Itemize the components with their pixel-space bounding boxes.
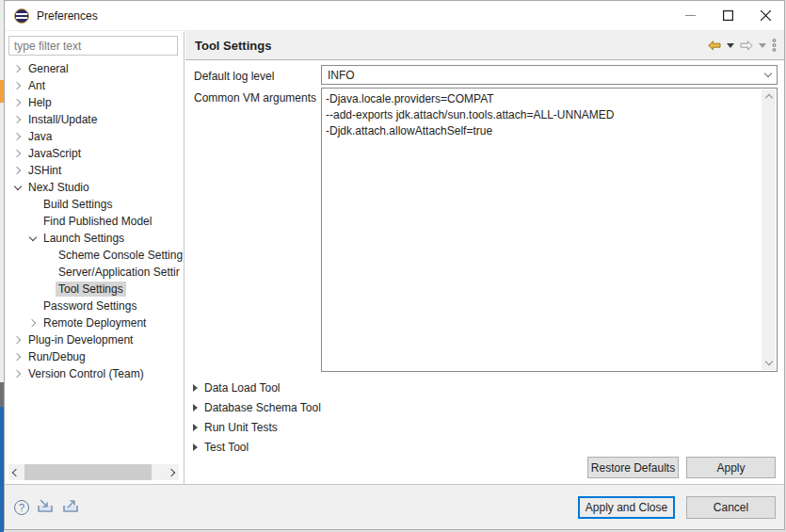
triangle-right-icon (193, 404, 204, 411)
view-menu-button[interactable] (772, 37, 777, 54)
window-title: Preferences (37, 9, 98, 23)
section-header[interactable]: Test Tool (193, 437, 321, 457)
scroll-down-icon[interactable] (762, 356, 776, 370)
tree-item[interactable]: Version Control (Team) (5, 365, 184, 382)
restore-defaults-button[interactable]: Restore Defaults (587, 457, 679, 478)
sidebar-horizontal-scrollbar[interactable] (8, 464, 179, 480)
tree-chevron-icon[interactable] (40, 281, 56, 298)
scrollbar-thumb[interactable] (24, 464, 152, 480)
back-button[interactable] (708, 37, 721, 54)
back-history-button[interactable] (727, 37, 734, 54)
tree-item[interactable]: JavaScript (5, 145, 184, 162)
triangle-right-icon (193, 443, 204, 451)
tree-item[interactable]: Launch Settings (5, 230, 184, 247)
eclipse-logo-icon (14, 8, 29, 24)
scroll-left-icon[interactable] (8, 464, 22, 480)
tree-item[interactable]: Java (5, 128, 184, 145)
triangle-right-icon (193, 384, 204, 392)
tree-chevron-icon[interactable] (10, 179, 25, 196)
tree-item[interactable]: General (5, 60, 184, 77)
tree-item[interactable]: Plug-in Development (5, 331, 184, 348)
tree-chevron-icon[interactable] (25, 298, 40, 314)
tree-item[interactable]: Server/Application Settir (5, 264, 184, 281)
tree-chevron-icon[interactable] (25, 314, 40, 331)
section-label: Test Tool (204, 441, 249, 454)
filter-input[interactable] (8, 36, 178, 56)
scroll-right-icon[interactable] (166, 464, 179, 480)
apply-and-close-button[interactable]: Apply and Close (578, 496, 675, 519)
collapsed-sections: Data Load Tool Database Schema Tool Run … (193, 378, 321, 457)
maximize-button[interactable] (709, 1, 746, 31)
tree-item-label: Remote Deployment (40, 315, 149, 330)
tree-item[interactable]: Password Settings (5, 298, 184, 314)
back-arrow-icon (708, 40, 721, 51)
apply-button[interactable]: Apply (686, 457, 776, 478)
title-bar[interactable]: Preferences (5, 1, 784, 31)
log-level-label: Default log level (194, 70, 274, 83)
forward-history-button[interactable] (759, 37, 766, 54)
section-header[interactable]: Database Schema Tool (193, 397, 321, 417)
log-level-select[interactable]: INFO (321, 65, 778, 85)
section-label: Run Unit Tests (204, 421, 278, 434)
section-header[interactable]: Data Load Tool (193, 378, 321, 397)
tree-item[interactable]: Scheme Console Setting (5, 247, 184, 264)
tree-item[interactable]: JSHint (5, 162, 184, 179)
preferences-tree: General Ant Help Install/Update (5, 60, 184, 382)
tree-chevron-icon[interactable] (40, 264, 56, 281)
tree-chevron-icon[interactable] (10, 331, 25, 348)
tree-chevron-icon[interactable] (40, 247, 56, 264)
tree-chevron-icon[interactable] (10, 128, 25, 145)
tree-chevron-icon[interactable] (25, 213, 40, 230)
tree-chevron-icon[interactable] (25, 230, 40, 247)
tree-item[interactable]: Tool Settings (5, 281, 184, 298)
tree-item-label: Java (25, 129, 55, 144)
forward-button[interactable] (740, 37, 753, 54)
dropdown-arrow-icon (759, 43, 766, 48)
tree-item[interactable]: Ant (5, 77, 184, 94)
vertical-dots-icon (772, 39, 777, 52)
tree-chevron-icon[interactable] (10, 365, 25, 382)
minimize-button[interactable] (671, 1, 709, 31)
triangle-right-icon (193, 424, 204, 431)
dialog-footer: ? Apply and Close Cancel (5, 484, 784, 529)
close-button[interactable] (746, 1, 784, 31)
section-header[interactable]: Run Unit Tests (193, 417, 321, 437)
tree-item-label: JSHint (25, 163, 64, 178)
tree-item[interactable]: Build Settings (5, 196, 184, 213)
tree-item-label: Tool Settings (56, 282, 126, 297)
vm-args-value[interactable]: -Djava.locale.providers=COMPAT --add-exp… (326, 91, 758, 368)
tree-item-label: Build Settings (40, 197, 115, 212)
textarea-scrollbar[interactable] (762, 89, 776, 370)
minimize-icon (685, 10, 696, 21)
scroll-up-icon[interactable] (762, 89, 776, 104)
tree-item-label: Help (25, 95, 55, 110)
export-preferences-icon[interactable] (62, 499, 80, 516)
tree-chevron-icon[interactable] (10, 77, 25, 94)
tree-chevron-icon[interactable] (10, 94, 25, 111)
log-level-value: INFO (328, 69, 355, 82)
tree-chevron-icon[interactable] (10, 348, 25, 365)
tree-item[interactable]: NexJ Studio (5, 179, 184, 196)
tree-item[interactable]: Find Published Model (5, 213, 184, 230)
tree-item[interactable]: Help (5, 94, 184, 111)
vm-args-label: Common VM arguments (194, 91, 316, 105)
tree-item[interactable]: Run/Debug (5, 348, 184, 365)
tree-item-label: Server/Application Settir (56, 265, 183, 280)
tree-chevron-icon[interactable] (10, 111, 25, 128)
import-preferences-icon[interactable] (37, 499, 55, 516)
tree-chevron-icon[interactable] (10, 60, 25, 77)
tree-item-label: Plug-in Development (25, 332, 136, 347)
tree-chevron-icon[interactable] (25, 196, 40, 213)
section-label: Data Load Tool (204, 381, 281, 395)
tree-item-label: General (25, 61, 72, 76)
tree-item[interactable]: Remote Deployment (5, 314, 184, 331)
tree-chevron-icon[interactable] (10, 145, 25, 162)
tree-item[interactable]: Install/Update (5, 111, 184, 128)
vm-args-textarea[interactable]: -Djava.locale.providers=COMPAT --add-exp… (321, 88, 778, 372)
help-icon[interactable]: ? (14, 500, 29, 515)
cancel-button[interactable]: Cancel (686, 496, 776, 519)
panel-header: Tool Settings (185, 31, 784, 60)
tree-item-label: Find Published Model (40, 214, 154, 229)
tree-chevron-icon[interactable] (10, 162, 25, 179)
forward-arrow-icon (740, 40, 753, 51)
